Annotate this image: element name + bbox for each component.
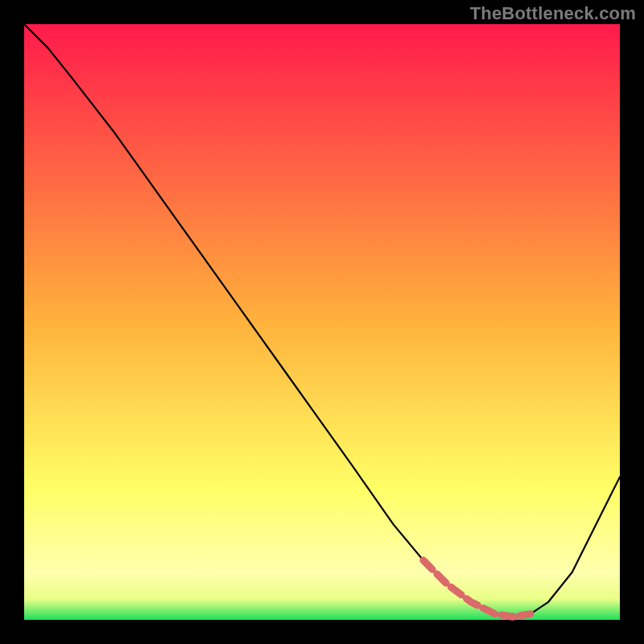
plot-area [24,24,620,620]
watermark-text: TheBottleneck.com [470,3,636,24]
chart-frame: TheBottleneck.com [0,0,644,644]
chart-svg [0,0,644,644]
